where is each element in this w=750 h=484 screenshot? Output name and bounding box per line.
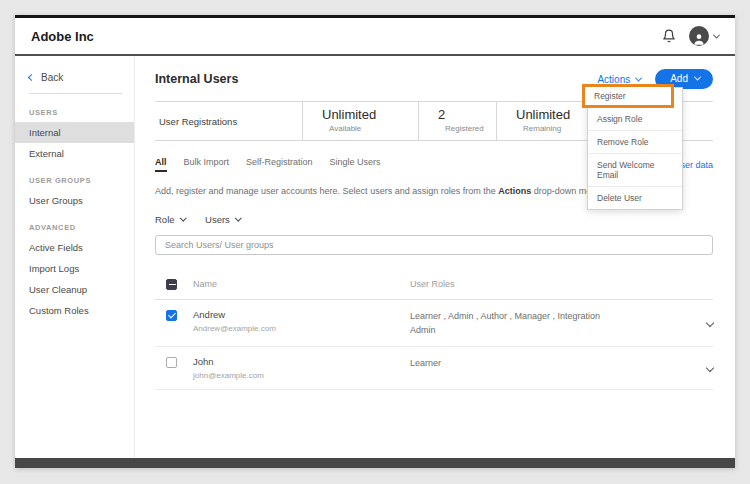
avatar: [689, 26, 709, 46]
sidebar-item-external[interactable]: External: [15, 143, 134, 164]
chevron-down-icon: [235, 214, 241, 220]
sidebar-item-import-logs[interactable]: Import Logs: [15, 258, 134, 279]
row-name-cell: Andrew Andrew@example.com: [193, 309, 410, 333]
main-content: Internal Users Actions Add Register: [135, 56, 735, 458]
body: Back USERS Internal External USER GROUPS…: [15, 56, 735, 458]
sidebar: Back USERS Internal External USER GROUPS…: [15, 56, 135, 458]
menu-item-remove-role[interactable]: Remove Role: [588, 131, 682, 154]
sidebar-item-internal[interactable]: Internal: [15, 122, 134, 143]
user-roles: Learner: [410, 356, 618, 370]
chevron-down-icon[interactable]: [706, 364, 714, 372]
stats-label: User Registrations: [155, 102, 303, 140]
stat-registered-value: 2: [438, 107, 496, 122]
role-filter-dropdown[interactable]: Role: [155, 214, 185, 225]
sidebar-section-user-groups-label: USER GROUPS: [15, 164, 134, 190]
menu-item-assign-role[interactable]: Assign Role: [588, 108, 682, 131]
actions-dropdown-button[interactable]: Actions: [597, 74, 641, 85]
user-name: John: [193, 356, 410, 367]
actions-menu: Register Assign Role Remove Role Send We…: [587, 87, 683, 210]
chevron-down-icon[interactable]: [706, 319, 714, 327]
users-filter-label: Users: [205, 214, 230, 225]
sidebar-item-user-cleanup[interactable]: User Cleanup: [15, 279, 134, 300]
sidebar-item-active-fields[interactable]: Active Fields: [15, 237, 134, 258]
user-email: john@example.com: [193, 371, 410, 380]
menu-item-delete-user[interactable]: Delete User: [588, 187, 682, 209]
header-user-roles: User Roles: [410, 279, 693, 289]
chevron-down-icon: [713, 31, 720, 38]
top-bar: Adobe Inc: [15, 18, 735, 56]
sidebar-item-custom-roles[interactable]: Custom Roles: [15, 300, 134, 321]
tab-bulk-import[interactable]: Bulk Import: [184, 157, 230, 172]
person-icon: [692, 32, 706, 46]
row-checkbox[interactable]: [166, 310, 177, 321]
search-wrap: [155, 234, 713, 255]
filters-row: Role Users: [155, 214, 713, 225]
user-roles: Learner , Admin , Author , Manager , Int…: [410, 309, 618, 338]
app-window: Adobe Inc Back USERS Internal External U…: [15, 15, 735, 468]
row-roles-cell: Learner: [410, 356, 693, 370]
user-name: Andrew: [193, 309, 410, 320]
users-table: Name User Roles Andrew Andrew@example.co…: [155, 272, 713, 391]
description-text: Add, register and manage user accounts h…: [155, 186, 498, 196]
chevron-down-icon: [694, 74, 701, 81]
stat-registered-caption: Registered: [438, 124, 496, 133]
back-label: Back: [41, 72, 63, 83]
role-filter-label: Role: [155, 214, 175, 225]
row-expand-cell: [693, 320, 713, 326]
table-row: Andrew Andrew@example.com Learner , Admi…: [155, 300, 713, 348]
row-expand-cell: [693, 365, 713, 371]
sidebar-section-users-label: USERS: [15, 96, 134, 122]
highlight-box: Register: [582, 84, 674, 108]
stat-registered: 2 Registered: [419, 102, 497, 140]
add-label: Add: [670, 73, 688, 84]
notification-bell-icon[interactable]: [662, 29, 676, 43]
description-bold: Actions: [498, 186, 531, 196]
back-button[interactable]: Back: [15, 66, 134, 93]
tab-all[interactable]: All: [155, 157, 167, 172]
header-name: Name: [193, 279, 410, 289]
users-filter-dropdown[interactable]: Users: [205, 214, 240, 225]
user-email: Andrew@example.com: [193, 324, 410, 333]
row-checkbox-cell: [155, 356, 193, 368]
stat-available-value: Unlimited: [322, 107, 418, 122]
tab-single-users[interactable]: Single Users: [330, 157, 381, 172]
menu-item-register[interactable]: Register: [585, 87, 671, 105]
select-all-checkbox[interactable]: [166, 279, 177, 290]
chevron-down-icon: [635, 74, 642, 81]
sidebar-section-advanced-label: ADVANCED: [15, 211, 134, 237]
sidebar-item-user-groups[interactable]: User Groups: [15, 190, 134, 211]
row-roles-cell: Learner , Admin , Author , Manager , Int…: [410, 309, 693, 338]
row-checkbox-cell: [155, 309, 193, 321]
table-row: John john@example.com Learner: [155, 347, 713, 390]
account-menu[interactable]: [689, 26, 719, 46]
tab-self-registration[interactable]: Self-Registration: [246, 157, 313, 172]
app-title: Adobe Inc: [31, 29, 94, 44]
top-bar-right: [662, 26, 719, 46]
page-title: Internal Users: [155, 72, 238, 86]
table-header-row: Name User Roles: [155, 272, 713, 300]
row-name-cell: John john@example.com: [193, 356, 410, 380]
chevron-down-icon: [180, 214, 186, 220]
row-checkbox[interactable]: [166, 357, 177, 368]
actions-label: Actions: [597, 74, 630, 85]
stat-available-caption: Available: [322, 124, 418, 133]
bottom-bar: [15, 458, 735, 468]
chevron-left-icon: [28, 74, 35, 81]
menu-item-send-welcome-email[interactable]: Send Welcome Email: [588, 154, 682, 187]
search-input[interactable]: [155, 235, 713, 255]
stat-available: Unlimited Available: [303, 102, 419, 140]
sidebar-divider: [29, 93, 122, 94]
header-checkbox-cell: [155, 278, 193, 290]
